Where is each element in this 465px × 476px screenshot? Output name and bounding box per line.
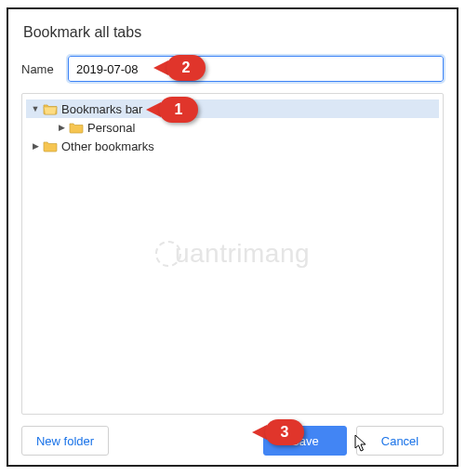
folder-open-icon bbox=[43, 102, 58, 115]
name-row: Name bbox=[21, 56, 444, 82]
folder-icon bbox=[69, 121, 84, 134]
tree-item-personal[interactable]: ▶ Personal bbox=[26, 118, 439, 137]
tree-item-label: Other bookmarks bbox=[61, 139, 154, 153]
tree-item-bookmarks-bar[interactable]: ▼ Bookmarks bar bbox=[26, 99, 439, 118]
name-label: Name bbox=[21, 62, 68, 76]
new-folder-button[interactable]: New folder bbox=[21, 426, 109, 456]
caret-down-icon[interactable]: ▼ bbox=[30, 104, 41, 113]
dialog-button-row: New folder Save Cancel bbox=[21, 426, 444, 456]
tree-item-label: Bookmarks bar bbox=[61, 102, 142, 116]
watermark: uantrimang bbox=[155, 239, 310, 269]
tree-item-label: Personal bbox=[87, 121, 135, 135]
bookmark-all-tabs-dialog: Bookmark all tabs Name uantrimang ▼ Book… bbox=[7, 7, 458, 467]
tree-item-other-bookmarks[interactable]: ▶ Other bookmarks bbox=[26, 137, 439, 155]
cancel-button[interactable]: Cancel bbox=[356, 426, 444, 456]
dialog-title: Bookmark all tabs bbox=[23, 24, 444, 41]
save-button[interactable]: Save bbox=[263, 426, 347, 456]
folder-tree[interactable]: uantrimang ▼ Bookmarks bar ▶ Personal ▶ … bbox=[21, 93, 444, 415]
name-input[interactable] bbox=[68, 56, 444, 82]
caret-right-icon[interactable]: ▶ bbox=[56, 123, 67, 132]
caret-right-icon[interactable]: ▶ bbox=[30, 141, 41, 151]
folder-icon bbox=[43, 139, 58, 152]
